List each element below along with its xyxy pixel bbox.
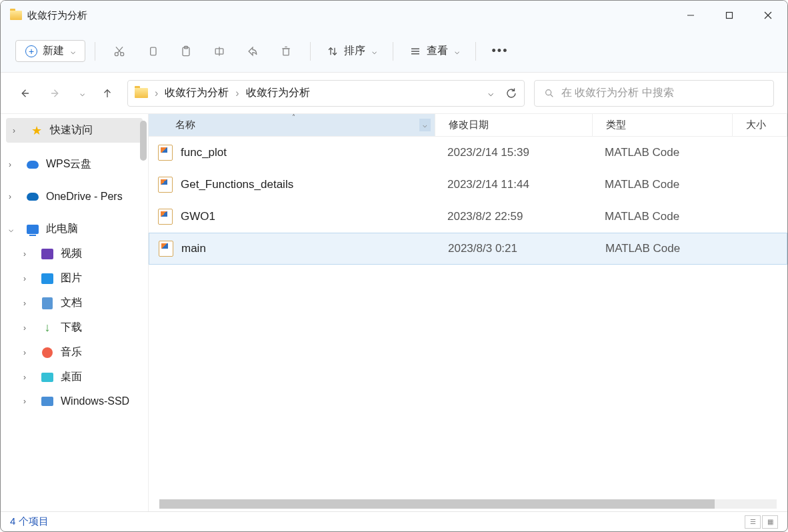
sidebar-item-documents[interactable]: › 文档 xyxy=(1,291,148,315)
sidebar-item-label: 视频 xyxy=(61,247,82,261)
breadcrumb-item[interactable]: 收敛行为分析 xyxy=(246,86,310,100)
status-bar: 4 个项目 ☰ ▦ xyxy=(1,511,787,531)
document-icon xyxy=(42,297,53,309)
window-title: 收敛行为分析 xyxy=(27,9,87,22)
recent-dropdown[interactable]: ⌵ xyxy=(75,83,87,104)
sidebar-item-label: 音乐 xyxy=(61,345,82,359)
addr-dropdown[interactable]: ⌵ xyxy=(488,87,493,99)
file-row[interactable]: main2023/8/3 0:21MATLAB Code xyxy=(149,233,787,265)
chevron-right-icon: › xyxy=(23,373,34,382)
svg-point-5 xyxy=(121,52,124,55)
navigation-row: ⌵ › 收敛行为分析 › 收敛行为分析 ⌵ 在 收敛行为分析 中搜索 xyxy=(1,73,787,114)
file-row[interactable]: Get_Functions_details2023/2/14 11:44MATL… xyxy=(149,169,787,201)
chevron-right-icon: › xyxy=(23,249,34,259)
sidebar-item-desktop[interactable]: › 桌面 xyxy=(1,365,148,389)
delete-button[interactable] xyxy=(271,39,301,64)
file-name: Get_Functions_details xyxy=(181,178,443,191)
sidebar-item-onedrive[interactable]: › OneDrive - Pers xyxy=(1,185,148,209)
view-button[interactable]: 查看 ⌵ xyxy=(403,40,466,62)
sidebar-item-label: 此电脑 xyxy=(46,222,78,236)
up-button[interactable] xyxy=(97,83,118,104)
search-placeholder: 在 收敛行为分析 中搜索 xyxy=(561,86,674,100)
sidebar-item-label: Windows-SSD xyxy=(61,395,129,407)
file-name: func_plot xyxy=(181,146,443,159)
content-area: ˄ 名称 ⌵ 修改日期 类型 大小 func_plot2023/2/14 15:… xyxy=(149,114,787,511)
file-date: 2023/2/14 11:44 xyxy=(443,178,601,191)
sidebar-item-label: 下载 xyxy=(61,321,82,335)
details-view-button[interactable]: ☰ xyxy=(745,515,761,529)
column-date[interactable]: 修改日期 xyxy=(435,114,593,136)
sidebar-item-pictures[interactable]: › 图片 xyxy=(1,266,148,291)
thumbnails-view-button[interactable]: ▦ xyxy=(762,515,778,529)
sidebar-item-videos[interactable]: › 视频 xyxy=(1,241,148,266)
file-type: MATLAB Code xyxy=(601,178,741,191)
file-type: MATLAB Code xyxy=(601,210,741,223)
file-date: 2023/8/3 0:21 xyxy=(444,242,601,255)
file-row[interactable]: GWO12023/8/2 22:59MATLAB Code xyxy=(149,201,787,233)
search-icon xyxy=(544,88,555,99)
sidebar-item-music[interactable]: › 音乐 xyxy=(1,340,148,365)
sort-indicator-icon: ˄ xyxy=(292,114,295,121)
more-button[interactable]: ••• xyxy=(485,39,515,64)
folder-icon xyxy=(10,11,22,20)
share-button[interactable] xyxy=(238,39,267,64)
sidebar-item-quick-access[interactable]: › ★ 快速访问 xyxy=(6,118,143,143)
chevron-right-icon: › xyxy=(235,87,239,99)
status-text: 4 个项目 xyxy=(10,515,49,528)
column-name[interactable]: ˄ 名称 ⌵ xyxy=(149,114,435,136)
cloud-icon xyxy=(27,193,39,201)
chevron-right-icon: › xyxy=(23,299,34,308)
file-type: MATLAB Code xyxy=(601,146,741,159)
chevron-down-icon: ⌵ xyxy=(71,47,75,56)
chevron-down-icon: ⌵ xyxy=(455,47,459,56)
copy-button[interactable] xyxy=(138,39,167,64)
chevron-right-icon: › xyxy=(23,274,34,283)
horizontal-scrollbar[interactable] xyxy=(159,499,777,509)
matlab-file-icon xyxy=(158,177,173,193)
paste-button[interactable] xyxy=(171,39,201,64)
music-icon xyxy=(42,347,53,358)
file-name: main xyxy=(181,242,444,255)
forward-button[interactable] xyxy=(45,83,66,104)
sidebar-item-windows-ssd[interactable]: › Windows-SSD xyxy=(1,389,148,413)
cut-button[interactable] xyxy=(105,39,134,64)
chevron-down-icon: ⌵ xyxy=(372,47,377,56)
svg-point-24 xyxy=(546,89,551,95)
pc-icon xyxy=(27,225,39,234)
column-size[interactable]: 大小 xyxy=(733,114,787,136)
rename-button[interactable] xyxy=(205,39,234,64)
sidebar-item-downloads[interactable]: › ↓ 下载 xyxy=(1,315,148,340)
matlab-file-icon xyxy=(159,241,173,257)
minimize-button[interactable] xyxy=(671,1,710,30)
maximize-button[interactable] xyxy=(710,1,749,30)
svg-rect-1 xyxy=(727,13,733,19)
column-type[interactable]: 类型 xyxy=(593,114,733,136)
file-name: GWO1 xyxy=(181,210,443,223)
sort-label: 排序 xyxy=(344,44,365,58)
breadcrumb-item[interactable]: 收敛行为分析 xyxy=(165,86,229,100)
refresh-button[interactable] xyxy=(505,87,517,99)
chevron-right-icon: › xyxy=(23,397,34,406)
sort-button[interactable]: 排序 ⌵ xyxy=(320,40,383,62)
new-button[interactable]: + 新建 ⌵ xyxy=(15,40,85,62)
back-button[interactable] xyxy=(14,83,35,104)
address-bar[interactable]: › 收敛行为分析 › 收敛行为分析 ⌵ xyxy=(127,80,525,107)
titlebar: 收敛行为分析 xyxy=(1,1,787,30)
column-filter-icon[interactable]: ⌵ xyxy=(419,119,431,131)
sidebar-item-label: 图片 xyxy=(61,271,82,285)
svg-rect-13 xyxy=(283,48,289,55)
chevron-right-icon: › xyxy=(9,160,19,169)
sidebar-item-wps[interactable]: › WPS云盘 xyxy=(1,152,148,177)
new-label: 新建 xyxy=(43,44,64,58)
svg-point-4 xyxy=(115,52,118,55)
close-button[interactable] xyxy=(749,1,787,30)
cloud-icon xyxy=(27,161,39,169)
sidebar-item-label: OneDrive - Pers xyxy=(46,191,123,203)
chevron-right-icon: › xyxy=(23,348,34,357)
sidebar-item-label: 文档 xyxy=(61,296,82,310)
download-icon: ↓ xyxy=(41,321,54,335)
sidebar-item-this-pc[interactable]: ⌵ 此电脑 xyxy=(1,217,148,241)
search-input[interactable]: 在 收敛行为分析 中搜索 xyxy=(534,80,774,107)
matlab-file-icon xyxy=(158,209,173,225)
file-row[interactable]: func_plot2023/2/14 15:39MATLAB Code xyxy=(149,137,787,169)
